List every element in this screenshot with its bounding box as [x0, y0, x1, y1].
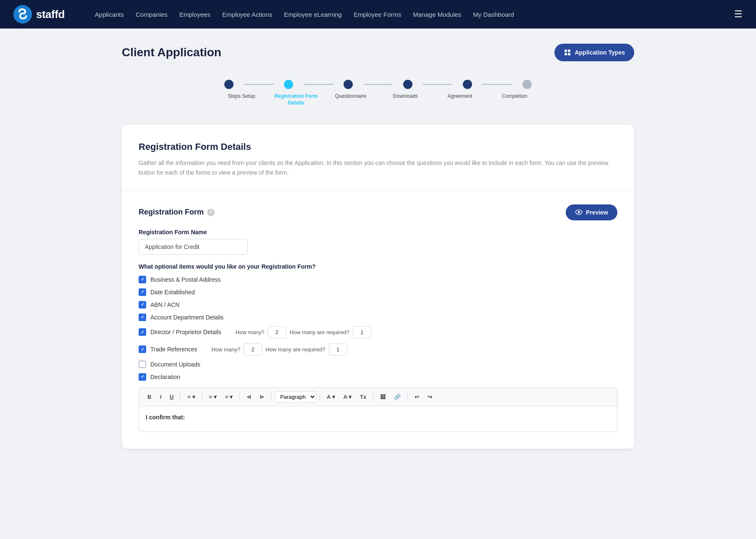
toolbar-paragraph-select[interactable]: Paragraph Heading 1 Heading 2 [275, 391, 316, 403]
editor-toolbar: B I U ≡ ▾ ≡ ▾ ≡ ▾ ⊲ ⊳ Paragraph Heading … [139, 388, 617, 406]
step-3[interactable] [333, 80, 363, 89]
toolbar-outdent[interactable]: ⊲ [243, 392, 255, 402]
trade-refs-how-many-label: How many? [212, 346, 241, 353]
step-line-5 [482, 84, 512, 85]
checkbox-date-established-input[interactable]: ✓ [139, 288, 146, 296]
nav-employee-elearning[interactable]: Employee eLearning [284, 11, 342, 18]
trade-refs-how-many-input[interactable] [244, 343, 262, 356]
checkbox-business-postal: ✓ Business & Postal Address [139, 276, 617, 283]
toolbar-image[interactable]: 🖼 [377, 392, 389, 402]
nav-employees[interactable]: Employees [179, 11, 210, 18]
preview-button[interactable]: Preview [566, 204, 617, 220]
svg-rect-1 [564, 50, 567, 52]
help-icon[interactable]: ? [207, 209, 215, 216]
section-title: Registration Form ? [139, 208, 215, 217]
checkbox-document-uploads-input[interactable] [139, 361, 146, 368]
page-title: Client Application [122, 46, 221, 59]
toolbar-link[interactable]: 🔗 [391, 392, 404, 402]
director-how-many-label: How many? [236, 329, 265, 335]
registration-form-name-input[interactable] [139, 239, 248, 255]
nav-my-dashboard[interactable]: My Dashboard [473, 11, 514, 18]
form-name-label: Registration Form Name [139, 229, 617, 235]
checkbox-declaration-input[interactable]: ✓ [139, 373, 146, 381]
checkbox-date-established-label: Date Established [150, 289, 195, 296]
toolbar-sep-7 [407, 392, 408, 401]
director-how-many-input[interactable] [268, 326, 286, 338]
brand-name: staffd [36, 8, 65, 21]
toolbar-sep-6 [373, 392, 373, 401]
checkbox-director: ✓ Director / Proprietor Details How many… [139, 326, 617, 338]
editor-body[interactable]: I confirm that: [139, 406, 617, 432]
checkbox-document-uploads: Document Uploads [139, 361, 617, 368]
editor-content: I confirm that: [146, 414, 185, 421]
step-label-6: Completion [487, 93, 542, 106]
step-6[interactable] [512, 80, 542, 89]
navbar: staffd Applicants Companies Employees Em… [0, 0, 756, 29]
toolbar-align[interactable]: ≡ ▾ [184, 392, 198, 402]
toolbar-sep-5 [320, 392, 320, 401]
card-description: Gather all the information you need from… [139, 158, 617, 177]
section-header: Registration Form ? Preview [139, 204, 617, 220]
hamburger-icon[interactable]: ☰ [734, 9, 743, 20]
step-circle-1 [224, 80, 234, 89]
director-quantity-group: How many? How many are required? [236, 326, 371, 338]
step-label-2: Registration FormDetails [269, 93, 323, 106]
nav-employee-forms[interactable]: Employee Forms [354, 11, 401, 18]
toolbar-italic[interactable]: I [156, 392, 165, 402]
nav-employee-actions[interactable]: Employee Actions [222, 11, 272, 18]
toolbar-bold[interactable]: B [144, 392, 155, 402]
main-card: Registration Form Details Gather all the… [122, 125, 634, 449]
step-line-2 [304, 84, 333, 85]
toolbar-clear-format[interactable]: Tx [357, 392, 370, 402]
trade-refs-quantity-group: How many? How many are required? [212, 343, 347, 356]
toolbar-indent[interactable]: ⊳ [256, 392, 268, 402]
nav-companies[interactable]: Companies [136, 11, 168, 18]
toolbar-sep-1 [180, 392, 181, 401]
step-2[interactable] [274, 80, 304, 89]
editor-container: B I U ≡ ▾ ≡ ▾ ≡ ▾ ⊲ ⊳ Paragraph Heading … [139, 387, 617, 432]
step-circle-4 [403, 80, 412, 89]
step-4[interactable] [393, 80, 423, 89]
director-required-input[interactable] [353, 326, 371, 338]
checkbox-date-established: ✓ Date Established [139, 288, 617, 296]
checkbox-director-label: Director / Proprietor Details [150, 329, 221, 335]
checkbox-director-input[interactable]: ✓ [139, 328, 146, 336]
toolbar-underline[interactable]: U [166, 392, 177, 402]
toolbar-highlight-color[interactable]: A ▾ [340, 392, 355, 402]
application-types-button[interactable]: Application Types [554, 44, 634, 61]
brand[interactable]: staffd [13, 5, 65, 24]
step-1[interactable] [214, 80, 244, 89]
checkbox-account-dept-label: Account Department Details [150, 314, 223, 321]
nav-manage-modules[interactable]: Manage Modules [413, 11, 461, 18]
toolbar-text-color[interactable]: A ▾ [323, 392, 339, 402]
svg-point-5 [578, 211, 580, 213]
step-5[interactable] [452, 80, 482, 89]
step-label-3: Questionnaire [323, 93, 378, 106]
toolbar-sep-2 [202, 392, 202, 401]
eye-icon [575, 209, 583, 215]
nav-applicants[interactable]: Applicants [95, 11, 124, 18]
toolbar-unordered-list[interactable]: ≡ ▾ [222, 392, 236, 402]
checkbox-abn-acn: ✓ ABN / ACN [139, 301, 617, 309]
svg-rect-3 [564, 53, 567, 55]
toolbar-ordered-list[interactable]: ≡ ▾ [206, 392, 220, 402]
checkbox-business-postal-input[interactable]: ✓ [139, 276, 146, 283]
application-types-icon [564, 49, 571, 56]
toolbar-undo[interactable]: ↩ [411, 392, 423, 402]
checkbox-account-dept: ✓ Account Department Details [139, 314, 617, 321]
toolbar-redo[interactable]: ↪ [424, 392, 436, 402]
svg-rect-4 [568, 53, 570, 55]
step-circle-5 [463, 80, 472, 89]
page-content: Client Application Application Types [105, 29, 651, 464]
checkbox-account-dept-input[interactable]: ✓ [139, 314, 146, 321]
page-header: Client Application Application Types [122, 44, 634, 61]
trade-refs-required-input[interactable] [329, 343, 347, 356]
step-line-3 [363, 84, 393, 85]
step-line-4 [423, 84, 452, 85]
checkbox-abn-acn-input[interactable]: ✓ [139, 301, 146, 309]
checkbox-business-postal-label: Business & Postal Address [150, 276, 220, 283]
checkbox-document-uploads-label: Document Uploads [150, 361, 200, 368]
checkbox-trade-refs-input[interactable]: ✓ [139, 345, 146, 353]
step-circle-6 [522, 80, 532, 89]
step-line-1 [244, 84, 274, 85]
